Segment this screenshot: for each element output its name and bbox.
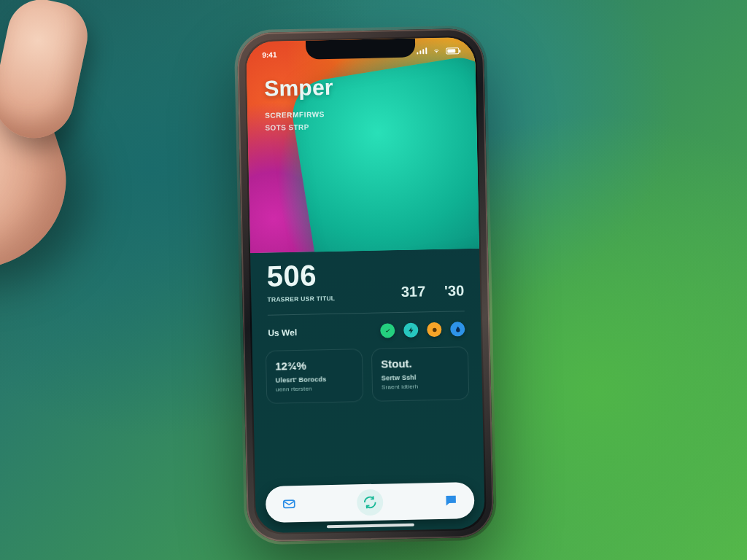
status-time: 9:41 [262,50,276,58]
summary-card-2[interactable]: Stout. Sertw Sshl Sraent idtierh [371,346,469,402]
hero-card: Smper Scrermfirws SOTS STRP [246,37,479,254]
nav-refresh-button[interactable] [357,489,384,516]
bottom-nav [266,482,475,523]
phone-screen: 9:41 Smper [246,37,485,533]
card-line1: Sertw Sshl [382,373,460,381]
stat-primary-label: Trasrer usr Titul [267,295,335,303]
summary-card-1[interactable]: 12¾% Ulesrt' Borocds uenn rtersten [266,349,363,404]
stat-secondary-2[interactable]: '30 [444,282,464,300]
refresh-icon [362,494,378,510]
home-indicator[interactable] [327,524,414,529]
chat-icon [444,493,458,508]
card-value: Stout. [381,356,459,370]
coin-icon[interactable] [427,322,441,337]
card-line2: uenn rtersten [276,384,354,392]
stat-primary-value: 506 [266,259,335,293]
divider [268,311,465,316]
phone-chassis: 9:41 Smper [237,28,495,542]
category-chips [380,322,465,338]
app-title: Smper [264,72,459,101]
wifi-icon [431,47,441,55]
drop-icon[interactable] [450,322,465,336]
summary-cards: 12¾% Ulesrt' Borocds uenn rtersten Stout… [252,342,483,405]
stats-row: 506 Trasrer usr Titul 317 '30 [250,249,481,313]
mail-icon [282,497,296,511]
signal-icon [417,47,427,55]
svg-point-0 [432,327,436,332]
check-icon[interactable] [380,323,395,338]
nav-chat-button[interactable] [438,487,465,514]
battery-icon [446,47,459,54]
app-subtitle-1: Scrermfirws [265,107,459,120]
category-row-label: Us Wel [268,327,297,338]
card-value: 12¾% [275,358,353,372]
stat-secondary-1[interactable]: 317 [401,283,426,300]
card-line1: Ulesrt' Borocds [276,375,354,384]
card-line2: Sraent idtierh [382,382,460,390]
nav-mail-button[interactable] [276,491,303,518]
stat-primary[interactable]: 506 Trasrer usr Titul [266,259,335,303]
bolt-icon[interactable] [403,323,418,338]
